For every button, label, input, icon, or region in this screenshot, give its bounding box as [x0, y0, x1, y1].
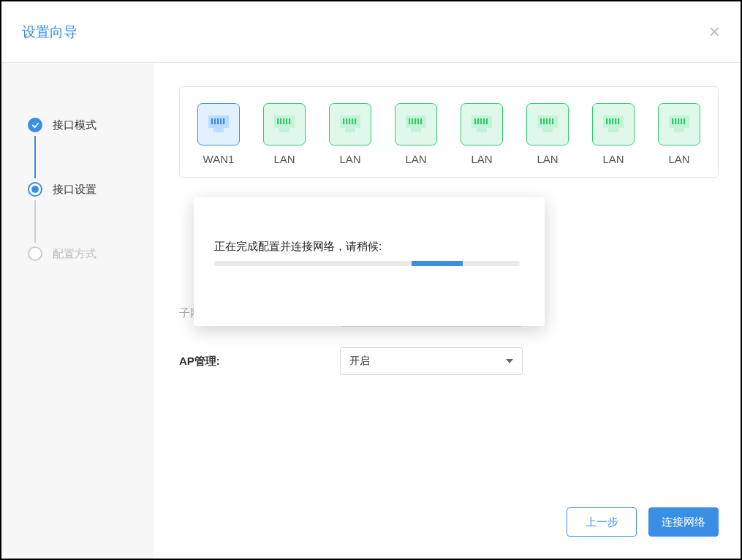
svg-rect-10 [343, 118, 344, 124]
svg-rect-16 [412, 118, 413, 124]
svg-rect-33 [615, 118, 616, 124]
ethernet-port-icon [263, 103, 306, 145]
svg-rect-19 [420, 118, 422, 124]
ap-management-select[interactable]: 开启 [340, 347, 523, 375]
svg-rect-6 [280, 118, 281, 124]
svg-rect-8 [286, 118, 287, 124]
svg-rect-38 [681, 118, 682, 124]
svg-rect-35 [672, 118, 673, 124]
svg-rect-24 [486, 118, 488, 124]
port-label: LAN [273, 153, 295, 165]
ethernet-port-icon [461, 103, 503, 145]
port-label: WAN1 [203, 153, 235, 165]
svg-rect-1 [214, 118, 216, 124]
ethernet-port-icon [329, 103, 371, 145]
svg-rect-0 [211, 118, 213, 124]
svg-rect-2 [217, 118, 219, 124]
chevron-down-icon [506, 359, 513, 363]
dialog-title: 设置向导 [22, 23, 77, 42]
port-label: LAN [537, 153, 558, 165]
port-lan[interactable]: LAN [654, 103, 705, 165]
svg-rect-9 [289, 118, 290, 124]
previous-button[interactable]: 上一步 [567, 507, 637, 537]
step-interface-settings[interactable]: 接口设置 [28, 178, 154, 200]
ethernet-port-icon [658, 103, 700, 145]
port-label: LAN [339, 153, 360, 165]
svg-rect-37 [678, 118, 679, 124]
ethernet-port-icon [592, 103, 635, 145]
progress-track [214, 261, 520, 266]
svg-rect-15 [409, 118, 410, 124]
svg-rect-14 [355, 118, 356, 124]
svg-rect-34 [618, 118, 619, 124]
port-lan[interactable]: LAN [390, 103, 442, 165]
svg-rect-21 [477, 118, 479, 124]
svg-rect-13 [352, 118, 353, 124]
svg-rect-5 [277, 118, 279, 124]
dialog-header: 设置向导 × [1, 1, 741, 63]
progress-message: 正在完成配置并连接网络，请稍候: [214, 240, 524, 254]
form-row-ap-management: AP管理: 开启 [179, 347, 719, 375]
ports-card: WAN1 LAN LAN LAN [179, 86, 719, 178]
port-label: LAN [405, 153, 426, 165]
port-label: LAN [668, 153, 689, 165]
step-interface-mode[interactable]: 接口模式 [28, 114, 154, 136]
svg-rect-32 [612, 118, 613, 124]
close-icon[interactable]: × [709, 20, 720, 43]
ethernet-port-icon [395, 103, 437, 145]
svg-rect-11 [346, 118, 347, 124]
svg-rect-39 [684, 118, 685, 124]
progress-bar [412, 261, 463, 266]
ethernet-port-icon [197, 103, 240, 145]
svg-rect-25 [540, 118, 542, 124]
svg-rect-36 [675, 118, 676, 124]
port-lan[interactable]: LAN [588, 103, 639, 165]
svg-rect-29 [552, 118, 553, 124]
svg-rect-23 [483, 118, 485, 124]
port-wan1[interactable]: WAN1 [193, 103, 244, 165]
svg-rect-17 [414, 118, 416, 124]
step-connector [34, 200, 36, 243]
step-label: 接口设置 [53, 183, 96, 197]
step-pending-icon [28, 246, 42, 261]
svg-rect-27 [546, 118, 548, 124]
svg-rect-7 [283, 118, 284, 124]
select-value: 开启 [349, 355, 370, 368]
svg-rect-31 [609, 118, 610, 124]
svg-rect-12 [349, 118, 350, 124]
step-label: 配置方式 [53, 247, 96, 261]
svg-rect-26 [543, 118, 545, 124]
port-lan[interactable]: LAN [456, 103, 507, 165]
svg-rect-3 [220, 118, 222, 124]
wizard-footer: 上一步 连接网络 [179, 507, 719, 541]
step-config-method[interactable]: 配置方式 [28, 243, 154, 265]
port-lan[interactable]: LAN [522, 103, 573, 165]
wizard-steps-sidebar: 接口模式 接口设置 配置方式 [1, 63, 154, 559]
progress-modal: 正在完成配置并连接网络，请稍候: [194, 197, 545, 326]
connect-network-button[interactable]: 连接网络 [648, 507, 719, 537]
ethernet-port-icon [526, 103, 569, 145]
step-current-icon [28, 182, 42, 197]
svg-rect-18 [417, 118, 419, 124]
port-label: LAN [471, 153, 492, 165]
port-label: LAN [602, 153, 624, 165]
svg-rect-22 [480, 118, 482, 124]
svg-rect-28 [549, 118, 550, 124]
svg-rect-20 [474, 118, 476, 124]
ap-management-label: AP管理: [179, 355, 340, 368]
port-lan[interactable]: LAN [259, 103, 310, 165]
step-done-icon [28, 118, 42, 132]
step-connector [34, 136, 36, 178]
svg-rect-4 [223, 118, 224, 124]
svg-rect-30 [606, 118, 607, 124]
step-label: 接口模式 [53, 118, 96, 132]
port-lan[interactable]: LAN [325, 103, 376, 165]
